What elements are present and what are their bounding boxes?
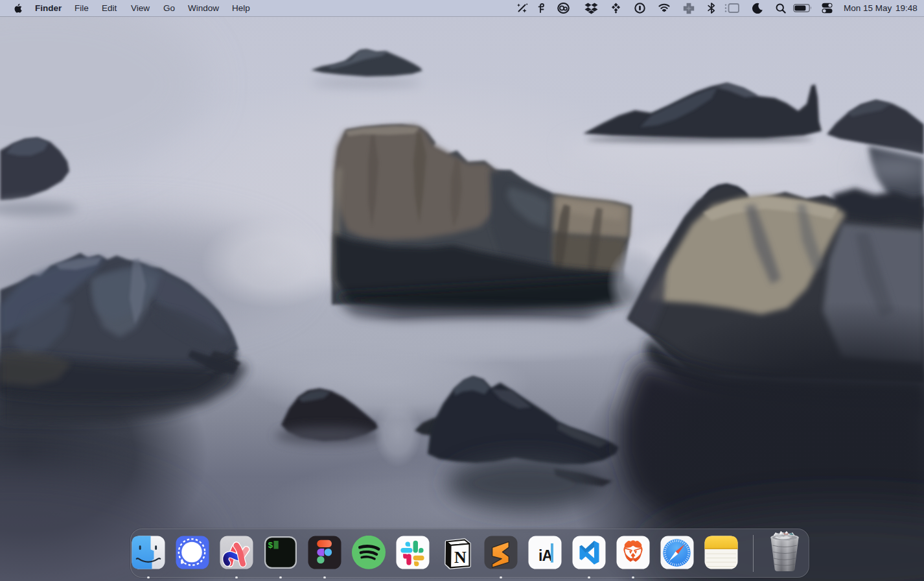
svg-text:$: $: [268, 541, 273, 551]
svg-text:N: N: [454, 548, 467, 567]
svg-text:iA: iA: [538, 547, 552, 564]
